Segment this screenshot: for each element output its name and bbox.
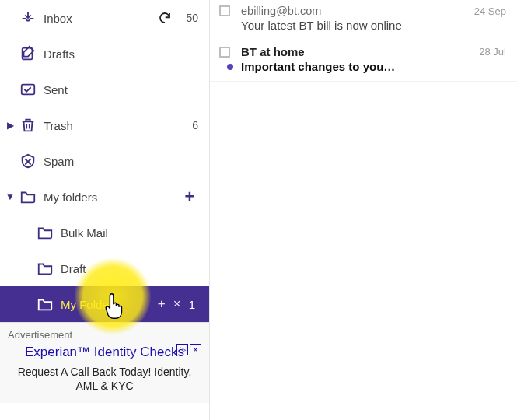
folder-label: Sent (40, 83, 198, 96)
add-folder-icon[interactable]: + (181, 187, 198, 207)
folder-label: Spam (40, 155, 198, 168)
folder-list: Inbox 50 Drafts Sent (0, 0, 209, 322)
app-root: Inbox 50 Drafts Sent (0, 0, 517, 420)
subfolder-draft[interactable]: Draft (0, 250, 209, 286)
unread-dot-icon (219, 64, 241, 70)
subfolder-bulkmail[interactable]: Bulk Mail (0, 215, 209, 250)
ad-label: Advertisement (8, 329, 201, 341)
drafts-icon (16, 45, 40, 62)
folder-count: 1 (189, 298, 195, 311)
folder-label: My folders (40, 191, 181, 204)
message-subject: Important changes to you… (241, 60, 395, 73)
message-date: 28 Jul (479, 46, 506, 58)
folder-icon (33, 296, 58, 313)
folder-icon (16, 188, 40, 205)
message-row[interactable]: BT at home 28 Jul Important changes to y… (210, 40, 517, 82)
folder-label: Bulk Mail (58, 226, 198, 240)
folder-myfolders[interactable]: ▼ My folders + (0, 179, 209, 215)
message-subject: Your latest BT bill is now online (241, 19, 402, 32)
folder-label: Inbox (40, 12, 155, 25)
inbox-icon (16, 9, 40, 26)
folder-drafts[interactable]: Drafts (0, 36, 209, 72)
folder-count: 50 (175, 12, 198, 24)
add-subfolder-icon[interactable]: + (158, 296, 166, 312)
trash-icon (16, 117, 40, 134)
folder-spam[interactable]: Spam (0, 143, 209, 179)
ad-title-link[interactable]: Experian™ Identity Checks (25, 344, 184, 360)
message-checkbox[interactable] (219, 5, 230, 16)
subfolder-myfolder-selected[interactable]: My Folder + × 1 (0, 286, 209, 322)
message-row[interactable]: ebilling@bt.com 24 Sep Your latest BT bi… (210, 0, 517, 40)
refresh-icon[interactable] (155, 11, 175, 25)
spam-icon (16, 152, 40, 170)
scroll-filler (210, 82, 517, 420)
folder-icon (33, 260, 58, 277)
caret-expanded-icon[interactable]: ▼ (5, 191, 16, 202)
folder-icon (33, 224, 58, 241)
folder-inbox[interactable]: Inbox 50 (0, 0, 209, 36)
sidebar: Inbox 50 Drafts Sent (0, 0, 210, 420)
message-from: ebilling@bt.com (241, 5, 474, 17)
folder-label: Draft (58, 262, 198, 275)
folder-trash[interactable]: ▶ Trash 6 (0, 107, 209, 143)
message-from: BT at home (241, 45, 479, 58)
message-checkbox[interactable] (219, 47, 230, 58)
folder-label: My Folder (58, 298, 158, 311)
advertisement-section: Advertisement Experian™ Identity Checks … (0, 322, 209, 403)
folder-label: Trash (40, 119, 175, 132)
ad-close-icon[interactable]: × (190, 344, 201, 355)
folder-sent[interactable]: Sent (0, 72, 209, 107)
ad-description: Request A Call Back Today! Identity, AML… (8, 365, 201, 393)
message-date: 24 Sep (474, 5, 506, 17)
selected-folder-actions: + × 1 (158, 296, 198, 312)
caret-collapsed-icon[interactable]: ▶ (5, 120, 16, 131)
message-list[interactable]: ebilling@bt.com 24 Sep Your latest BT bi… (210, 0, 517, 420)
sent-icon (16, 81, 40, 98)
adchoices-icon[interactable]: ▷ (176, 344, 188, 355)
folder-label: Drafts (40, 47, 198, 61)
folder-count: 6 (175, 119, 198, 131)
delete-folder-icon[interactable]: × (173, 296, 181, 312)
